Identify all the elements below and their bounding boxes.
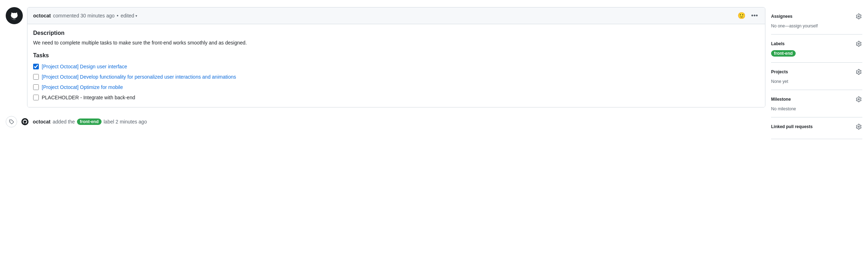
avatar: [6, 7, 23, 24]
labels-section: Labels front-end: [771, 35, 862, 63]
task-checkbox[interactable]: [33, 95, 39, 100]
task-checkbox[interactable]: [33, 74, 39, 80]
comment-dot: •: [117, 13, 119, 19]
comment-meta: commented 30 minutes ago: [53, 13, 115, 19]
comment-wrapper: octocat commented 30 minutes ago • edite…: [6, 7, 765, 107]
projects-gear-button[interactable]: [855, 68, 862, 75]
comment-header: octocat commented 30 minutes ago • edite…: [27, 7, 765, 24]
activity-author: octocat: [33, 119, 51, 125]
gear-icon: [856, 41, 862, 47]
comment-box: octocat commented 30 minutes ago • edite…: [27, 7, 765, 107]
activity-wrapper: octocat added the front-end label 2 minu…: [6, 113, 765, 130]
labels-title: Labels: [771, 41, 785, 46]
edited-label: edited: [120, 13, 134, 19]
activity-suffix: label 2 minutes ago: [104, 119, 147, 125]
milestone-value: No milestone: [771, 106, 796, 111]
comment-header-left: octocat commented 30 minutes ago • edite…: [33, 13, 137, 19]
assignees-value[interactable]: No one—assign yourself: [771, 23, 818, 28]
milestone-section: Milestone No milestone: [771, 90, 862, 117]
tag-icon: [9, 119, 14, 124]
sidebar-label-badge[interactable]: front-end: [771, 50, 796, 57]
linked-prs-section: Linked pull requests: [771, 117, 862, 139]
task-link[interactable]: [Project Octocat] Optimize for mobile: [42, 84, 123, 91]
assignees-title: Assignees: [771, 14, 792, 19]
task-link[interactable]: [Project Octocat] Design user interface: [42, 63, 127, 70]
activity-label-badge: front-end: [77, 118, 102, 125]
task-list: [Project Octocat] Design user interface[…: [33, 63, 759, 101]
linked-prs-gear-button[interactable]: [855, 123, 862, 130]
task-link[interactable]: [Project Octocat] Develop functionality …: [42, 73, 236, 81]
task-item: [Project Octocat] Optimize for mobile: [33, 84, 759, 91]
task-item: PLACEHOLDER - Integrate with back-end: [33, 94, 759, 101]
linked-prs-header: Linked pull requests: [771, 123, 862, 130]
emoji-icon: 🙂: [738, 12, 745, 20]
comment-header-right: 🙂 •••: [736, 10, 759, 21]
emoji-button[interactable]: 🙂: [736, 10, 747, 21]
more-options-button[interactable]: •••: [750, 11, 759, 21]
activity-mini-avatar: [21, 118, 29, 125]
ellipsis-icon: •••: [751, 12, 758, 20]
milestone-header: Milestone: [771, 96, 862, 103]
projects-title: Projects: [771, 69, 788, 74]
chevron-down-icon: ▾: [135, 14, 137, 18]
projects-header: Projects: [771, 68, 862, 75]
right-sidebar: Assignees No one—assign yourself Labels: [771, 7, 862, 267]
linked-prs-title: Linked pull requests: [771, 124, 813, 129]
activity-avatar-icon: [22, 119, 28, 125]
task-text: PLACEHOLDER - Integrate with back-end: [42, 94, 135, 101]
task-checkbox[interactable]: [33, 84, 39, 90]
assignees-gear-button[interactable]: [855, 13, 862, 20]
milestone-title: Milestone: [771, 97, 791, 102]
description-text: We need to complete multiple tasks to ma…: [33, 39, 759, 47]
projects-section: Projects None yet: [771, 63, 862, 90]
projects-value: None yet: [771, 79, 788, 84]
edited-dropdown[interactable]: edited ▾: [120, 13, 137, 19]
tasks-title: Tasks: [33, 52, 759, 59]
gear-icon: [856, 124, 862, 130]
task-item: [Project Octocat] Develop functionality …: [33, 73, 759, 81]
gear-icon: [856, 69, 862, 75]
task-item: [Project Octocat] Design user interface: [33, 63, 759, 70]
assignees-section: Assignees No one—assign yourself: [771, 7, 862, 35]
comment-body: Description We need to complete multiple…: [27, 24, 765, 107]
assignees-header: Assignees: [771, 13, 862, 20]
task-checkbox[interactable]: [33, 64, 39, 69]
comment-author: octocat: [33, 13, 51, 19]
labels-header: Labels: [771, 40, 862, 47]
labels-gear-button[interactable]: [855, 40, 862, 47]
gear-icon: [856, 14, 862, 19]
activity-text: octocat added the front-end label 2 minu…: [33, 118, 147, 125]
activity-icon-wrapper: [6, 116, 17, 127]
description-title: Description: [33, 30, 759, 36]
gear-icon: [856, 96, 862, 102]
milestone-gear-button[interactable]: [855, 96, 862, 103]
activity-action: added the: [53, 119, 75, 125]
